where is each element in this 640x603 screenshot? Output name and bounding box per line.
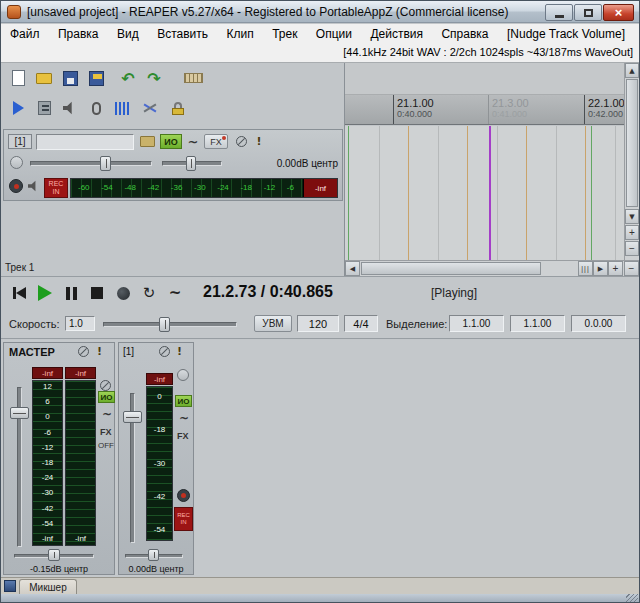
stop-button[interactable] [85,281,109,305]
grid-settings-button[interactable] [181,67,205,89]
mixer-tab[interactable]: Микшер [19,579,77,595]
menu-view[interactable]: Вид [110,24,146,44]
master-warning-icon[interactable]: ! [97,345,102,358]
menu-file[interactable]: Файл [3,24,47,44]
mouse-modifiers-button[interactable] [85,97,107,119]
channel1-pan-handle[interactable] [148,549,159,561]
channel1-mute-button[interactable] [159,346,170,357]
repeat-button[interactable]: ↻ [137,281,161,305]
transport-position-display[interactable]: 21.2.73 / 0:40.865 [203,283,333,301]
redo-button[interactable]: ↷ [143,67,165,89]
scroll-grip-button[interactable]: ||| [578,261,593,276]
minimize-button[interactable] [545,4,573,21]
hzoom-in-button[interactable]: + [608,261,623,276]
bpm-mode-button[interactable]: УВМ [254,315,292,332]
channel1-rec-input-label[interactable]: REC IN [174,507,193,531]
save-project-as-button[interactable] [85,67,107,89]
goto-start-button[interactable] [7,281,31,305]
vertical-scrollbar[interactable]: ▲ ▼ + − [624,63,639,260]
master-mute-button[interactable] [78,346,89,357]
channel1-strip-label[interactable]: [1] [123,346,134,357]
play-button[interactable] [33,281,57,305]
resize-grip[interactable] [626,594,638,603]
master-mono-button[interactable] [100,380,111,391]
track-volume-readout[interactable]: 0.00dB центр [234,158,338,169]
docker-icon[interactable] [4,580,16,592]
scroll-down-button[interactable]: ▼ [625,209,639,224]
track-recarm-button[interactable] [9,179,23,193]
timeline-ruler[interactable]: 21.1.00 0:40.000 21.3.00 0:41.000 22.1.0… [345,95,624,125]
channel1-envelope-button[interactable]: ~ [177,411,191,425]
channel1-volume-readout[interactable]: 0.00dB центр [119,564,193,574]
metronome-button[interactable] [111,97,133,119]
horizontal-scrollbar[interactable]: ◀ ||| ▶ + − [345,260,639,276]
media-explorer-button[interactable] [33,97,55,119]
menu-track[interactable]: Трек [265,24,304,44]
menu-options[interactable]: Опции [309,24,359,44]
menu-nudge-track-volume[interactable]: [Nudge Track Volume] [500,24,632,44]
track-volume-handle[interactable] [100,156,111,171]
master-io-button[interactable]: ИО [98,391,115,403]
open-project-button[interactable] [33,67,55,89]
scroll-up-button[interactable]: ▲ [625,63,639,78]
rate-slider-handle[interactable] [159,317,170,332]
menu-edit[interactable]: Правка [51,24,106,44]
track-name-input[interactable] [36,134,134,150]
track-warning-icon[interactable]: ! [254,134,264,149]
selection-start-field[interactable]: 1.1.00 [449,315,504,332]
track-fx-button[interactable]: FX [204,134,228,149]
master-strip-label[interactable]: МАСТЕР [9,346,55,358]
channel1-fx-button[interactable]: FX [177,431,189,441]
vzoom-out-button[interactable]: − [625,241,639,256]
master-fx-button[interactable]: FX [100,427,112,437]
menu-help[interactable]: Справка [434,24,495,44]
channel1-fader-handle[interactable] [123,411,142,423]
menu-actions[interactable]: Действия [363,24,430,44]
selection-length-field[interactable]: 0.0.00 [571,315,626,332]
track-pan-handle[interactable] [186,156,196,171]
hzoom-out-button[interactable]: − [624,261,639,276]
channel1-pan-knob[interactable] [177,369,189,381]
track-list-label[interactable]: Трек 1 [5,262,34,273]
scroll-left-button[interactable]: ◀ [345,261,360,276]
channel1-recarm-button[interactable] [177,489,190,502]
channel1-io-button[interactable]: ИО [175,395,192,407]
rate-slider[interactable] [103,322,237,327]
channel1-warning-icon[interactable]: ! [177,345,182,358]
rate-input[interactable]: 1.0 [65,316,95,331]
window-icon[interactable] [7,5,21,19]
master-peak-right[interactable]: -inf [65,367,96,379]
maximize-button[interactable] [574,4,602,21]
track-io-button[interactable]: ИО [160,134,182,149]
track-mute-button[interactable] [236,136,247,147]
master-peak-left[interactable]: -inf [32,367,63,379]
master-fader-handle[interactable] [10,407,29,419]
time-signature-field[interactable]: 4/4 [344,315,378,332]
playhead-cursor[interactable] [489,126,491,260]
master-volume-readout[interactable]: -0.15dB центр [4,564,114,574]
menu-insert[interactable]: Вставить [150,24,215,44]
selection-end-field[interactable]: 1.1.00 [510,315,565,332]
master-pan-handle[interactable] [48,549,60,561]
track-number-badge[interactable]: [1] [8,134,32,149]
track-pan-knob[interactable] [10,156,23,169]
close-button[interactable]: × [603,4,634,21]
arrange-view[interactable] [345,126,624,260]
rec-input-label[interactable]: REC IN [44,178,68,198]
marker-button[interactable] [7,97,29,119]
vscroll-thumb[interactable] [626,79,638,207]
folder-icon[interactable] [140,136,155,147]
input-speaker-icon[interactable] [28,180,40,192]
undo-button[interactable]: ↶ [117,67,139,89]
master-envelope-button[interactable]: ~ [100,407,114,421]
menu-item[interactable]: Клип [219,24,260,44]
channel1-peak[interactable]: -inf [146,373,173,385]
bpm-field[interactable]: 120 [297,315,339,332]
transport-envelope-button[interactable]: ~ [163,281,187,305]
record-button[interactable] [111,281,135,305]
scroll-right-button[interactable]: ▶ [593,261,608,276]
hscroll-thumb[interactable] [361,262,541,275]
master-volume-button[interactable] [59,97,81,119]
master-fx-state-label[interactable]: OFF [98,441,114,450]
audio-status-line[interactable]: [44.1kHz 24bit WAV : 2/2ch 1024spls ~43/… [343,46,633,58]
